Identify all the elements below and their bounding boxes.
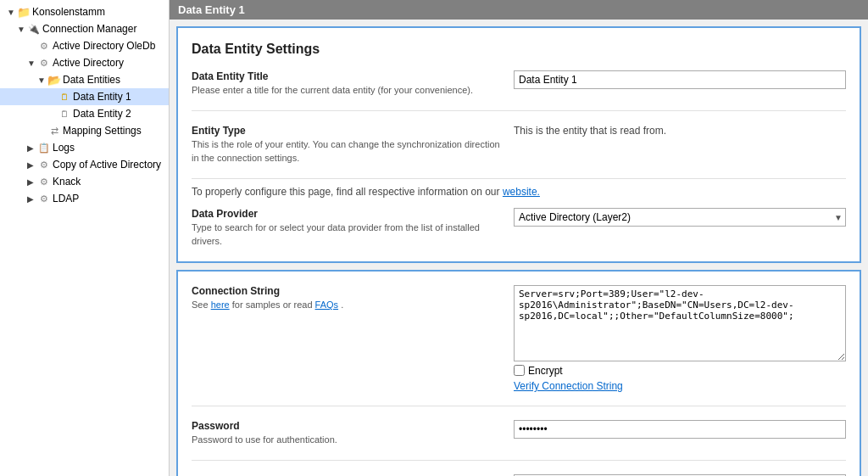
password-input[interactable] [514,420,846,439]
field-label-col: Entity Type This is the role of your ent… [192,125,514,165]
info-text: To properly configure this page, find al… [192,186,500,198]
toggle-konsolenstamm[interactable]: ▼ [7,8,17,17]
data-provider-select[interactable]: Active Directory (Layer2) SQL Server Ole… [514,208,846,227]
toggle-logs[interactable]: ▶ [27,143,37,153]
folder-icon: 📁 [17,5,31,19]
sidebar-item-mapping-settings[interactable]: ▶ ⇄ Mapping Settings [0,122,169,139]
field-control-col [514,420,846,439]
desc-end: . [341,300,343,310]
desc-prefix: See [192,300,209,310]
title-bar: Data Entity 1 [170,0,868,20]
field-label: Connection String [192,285,500,297]
sidebar-item-active-directory[interactable]: ▼ ⚙ Active Directory [0,54,169,71]
data-provider-select-wrap: Active Directory (Layer2) SQL Server Ole… [514,208,846,227]
encrypt-label: Encrypt [528,365,563,377]
encrypt-checkbox[interactable] [514,365,525,376]
sidebar-item-ldap[interactable]: ▶ ⚙ LDAP [0,190,169,207]
connection-settings-section: Connection String See here for samples o… [176,270,861,476]
field-label: Data Entity Title [192,70,500,82]
field-label-col: Password Password to use for authenticat… [192,420,514,446]
data-entity-title-input[interactable] [514,70,846,89]
sidebar-label: Data Entity 1 [73,91,131,103]
sidebar-item-connection-manager[interactable]: ▼ 🔌 Connection Manager [0,20,169,37]
sidebar-label: Copy of Active Directory [53,159,161,171]
sidebar-label: Active Directory [53,57,124,69]
gear-icon: ⚙ [37,39,51,53]
main-content: Data Entity 1 Data Entity Settings Data … [170,0,868,476]
sidebar: ▼ 📁 Konsolenstamm ▼ 🔌 Connection Manager… [0,0,170,476]
field-label-col: Connection String See here for samples o… [192,285,514,311]
field-label: Data Provider [192,208,500,220]
sidebar-label: LDAP [53,193,79,204]
field-desc: Password to use for authentication. [192,434,500,446]
here-link[interactable]: here [211,300,230,310]
field-label-col: Data Provider Type to search for or sele… [192,208,514,248]
data-entity-title-row: Data Entity Title Please enter a title f… [192,70,846,111]
field-desc: Type to search for or select your data p… [192,221,500,248]
sidebar-label: Konsolenstamm [32,6,105,18]
content-area: Data Entity Settings Data Entity Title P… [170,20,868,476]
field-control-col: Active Directory (Layer2) SQL Server Ole… [514,208,846,227]
sidebar-item-data-entities[interactable]: ▼ 📂 Data Entities [0,71,169,88]
field-control-col: Server=srv;Port=389;User="l2-dev-sp2016\… [514,285,846,392]
data-entity-settings-section: Data Entity Settings Data Entity Title P… [176,26,861,263]
sidebar-item-logs[interactable]: ▶ 📋 Logs [0,139,169,156]
entity-type-row: Entity Type This is the role of your ent… [192,125,846,179]
toggle-active-directory[interactable]: ▼ [27,59,37,68]
toggle-copy-ad[interactable]: ▶ [27,160,37,170]
gear-icon: ⚙ [37,56,51,70]
toggle-knack[interactable]: ▶ [27,177,37,187]
db-icon: 🗒 [58,90,71,104]
sidebar-item-data-entity-1[interactable]: ▶ 🗒 Data Entity 1 [0,88,169,105]
gear-icon: ⚙ [37,158,51,171]
field-control-col [514,70,846,89]
toggle-data-entities[interactable]: ▼ [37,76,47,85]
sidebar-item-knack[interactable]: ▶ ⚙ Knack [0,173,169,190]
db-icon: 🗒 [58,107,71,120]
entity-type-text: This is the entity that is read from. [514,125,846,137]
plug-icon: 🔌 [27,22,41,36]
sidebar-item-copy-ad[interactable]: ▶ ⚙ Copy of Active Directory [0,156,169,173]
sync-icon: ⇄ [47,124,61,137]
section-title: Data Entity Settings [192,42,846,57]
gear-icon: ⚙ [37,192,51,205]
field-desc: Please enter a title for the current dat… [192,84,500,97]
sidebar-item-konsolenstamm[interactable]: ▼ 📁 Konsolenstamm [0,3,169,20]
website-link[interactable]: website. [503,186,540,198]
page-title: Data Entity 1 [178,3,245,16]
sidebar-label: Data Entity 2 [73,108,131,120]
sidebar-item-data-entity-2[interactable]: ▶ 🗒 Data Entity 2 [0,105,169,122]
sidebar-label: Data Entities [63,74,120,86]
field-control-col: This is the entity that is read from. [514,125,846,137]
field-desc: See here for samples or read FAQs . [192,299,500,311]
sidebar-label: Connection Manager [42,23,136,35]
faqs-link[interactable]: FAQs [315,300,339,310]
gear-icon: ⚙ [37,175,51,188]
sidebar-item-ad-oledb[interactable]: ▶ ⚙ Active Directory OleDb [0,37,169,54]
field-label-col: Data Entity Title Please enter a title f… [192,70,514,97]
sidebar-label: Mapping Settings [63,125,142,137]
password-row: Password Password to use for authenticat… [192,420,846,461]
folder-icon: 📂 [47,73,61,87]
connection-string-textarea[interactable]: Server=srv;Port=389;User="l2-dev-sp2016\… [514,285,846,361]
field-label: Password [192,420,500,432]
encrypt-row: Encrypt [514,365,846,377]
desc-suffix: for samples or read [232,300,313,310]
connection-string-row: Connection String See here for samples o… [192,285,846,406]
sidebar-label: Knack [53,176,81,188]
toggle-connection-manager[interactable]: ▼ [17,25,27,34]
sidebar-label: Active Directory OleDb [53,40,155,52]
info-row: To properly configure this page, find al… [192,186,846,198]
data-provider-row: Data Provider Type to search for or sele… [192,208,846,248]
verify-connection-string-link[interactable]: Verify Connection String [514,380,846,392]
log-icon: 📋 [37,141,51,154]
toggle-ldap[interactable]: ▶ [27,194,37,204]
sidebar-label: Logs [53,142,75,154]
field-desc: This is the role of your entity. You can… [192,138,500,165]
field-label: Entity Type [192,125,500,137]
